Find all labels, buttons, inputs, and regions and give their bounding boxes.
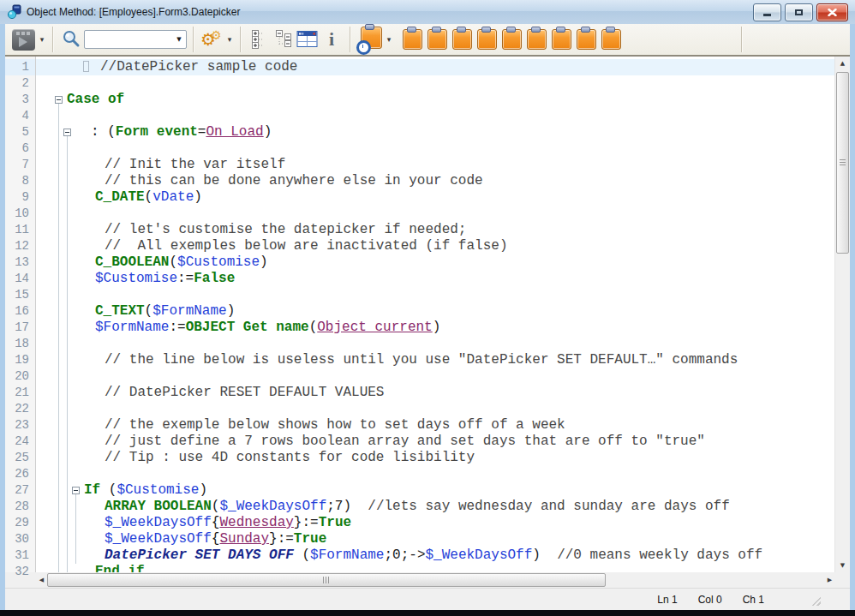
line-number[interactable]: 13	[5, 254, 35, 271]
collapse-all-button[interactable]	[272, 27, 296, 51]
line-number[interactable]: 18	[5, 336, 35, 352]
code-line[interactable]	[36, 368, 834, 385]
code-line[interactable]: // just define a 7 rows boolean array an…	[36, 434, 834, 450]
code-line[interactable]: C_DATE(vDate)	[36, 189, 834, 206]
line-number[interactable]: 6	[5, 141, 35, 157]
code-line[interactable]: If ($Customise)	[36, 482, 834, 499]
code-line[interactable]	[36, 141, 834, 157]
line-number[interactable]: 10	[5, 206, 35, 222]
clipboard-button-2[interactable]	[428, 29, 447, 50]
code-line[interactable]: : (Form event=On Load)	[36, 124, 834, 141]
line-number[interactable]: 15	[5, 287, 35, 303]
code-line[interactable]: // this can be done anywhere else in you…	[36, 173, 834, 189]
scroll-up-arrow[interactable]: ▲	[835, 57, 850, 70]
code-line[interactable]: $Customise:=False	[36, 271, 834, 287]
run-method-button[interactable]	[12, 29, 35, 51]
expand-all-button[interactable]	[248, 27, 272, 51]
line-number[interactable]: 2	[5, 75, 35, 92]
clipboard-button-3[interactable]	[452, 29, 472, 50]
clipboard-dropdown-arrow[interactable]: ▾	[385, 35, 393, 44]
line-number[interactable]: 17	[5, 320, 35, 336]
code-line[interactable]: // let's customise the datepicker if nee…	[36, 222, 834, 238]
clipboard-button-4[interactable]	[477, 29, 497, 50]
line-number[interactable]: 27	[5, 482, 35, 499]
maximize-button[interactable]	[785, 3, 813, 21]
line-number[interactable]: 19	[5, 352, 35, 368]
code-line[interactable]: //DatePicker sample code	[36, 59, 834, 75]
minimize-button[interactable]	[753, 3, 781, 21]
line-number[interactable]: 3	[5, 92, 35, 108]
fold-toggle-icon[interactable]	[63, 129, 71, 136]
code-line[interactable]: // Tip : use 4D constants for code lisib…	[36, 450, 834, 466]
line-number[interactable]: 26	[5, 466, 35, 482]
line-number[interactable]: 9	[5, 189, 35, 206]
code-line[interactable]: // the line below is useless until you u…	[36, 352, 834, 368]
line-number[interactable]: 31	[5, 547, 35, 564]
line-number[interactable]: 11	[5, 222, 35, 238]
code-line[interactable]: $_WeekDaysOff{Wednesday}:=True	[36, 515, 834, 531]
line-number[interactable]: 24	[5, 434, 35, 450]
clipboard-button-7[interactable]	[552, 29, 571, 50]
fold-toggle-icon[interactable]	[55, 96, 63, 104]
code-line[interactable]	[36, 287, 834, 303]
clipboard-button-8[interactable]	[577, 29, 596, 50]
line-number[interactable]: 25	[5, 450, 35, 466]
fold-toggle-icon[interactable]	[72, 487, 80, 494]
clipboard-button-5[interactable]	[502, 29, 522, 50]
line-number[interactable]: 16	[5, 303, 35, 320]
line-number-gutter[interactable]: 1234567891011121314151617181920212223242…	[5, 57, 35, 572]
line-number[interactable]: 8	[5, 173, 35, 189]
line-number[interactable]: 28	[5, 499, 35, 515]
line-number[interactable]: 29	[5, 515, 35, 531]
resize-grip[interactable]	[810, 597, 821, 606]
clipboard-history-button[interactable]	[361, 27, 382, 52]
code-line[interactable]: C_BOOLEAN($Customise)	[36, 254, 834, 271]
line-number[interactable]: 12	[5, 238, 35, 254]
scroll-down-arrow[interactable]: ▼	[835, 559, 850, 572]
run-dropdown-arrow[interactable]: ▾	[38, 35, 46, 44]
code-line[interactable]: ARRAY BOOLEAN($_WeekDaysOff;7) //lets sa…	[36, 499, 834, 515]
line-number[interactable]: 4	[5, 108, 35, 124]
form-button[interactable]	[296, 27, 320, 51]
horizontal-scroll-thumb[interactable]	[47, 573, 606, 587]
code-pane[interactable]: //DatePicker sample codeCase of: (Form e…	[36, 57, 834, 572]
code-line[interactable]: // DatePicker RESET DEFAULT VALUES	[36, 385, 834, 401]
line-number[interactable]: 22	[5, 401, 35, 417]
line-number[interactable]: 7	[5, 157, 35, 173]
line-number[interactable]: 21	[5, 385, 35, 401]
code-line[interactable]: $_WeekDaysOff{Sunday}:=True	[36, 531, 834, 547]
horizontal-scrollbar[interactable]	[47, 573, 824, 587]
line-number[interactable]: 5	[5, 124, 35, 141]
code-line[interactable]: // All exemples below are inactivated (i…	[36, 238, 834, 254]
code-line[interactable]	[36, 108, 834, 124]
code-line[interactable]	[36, 401, 834, 417]
info-button[interactable]: i	[320, 27, 344, 51]
close-button[interactable]	[816, 3, 848, 21]
line-number[interactable]: 1	[5, 59, 35, 75]
code-line[interactable]: Case of	[36, 92, 834, 108]
code-line[interactable]: C_TEXT($FormName)	[36, 303, 834, 320]
scroll-right-arrow[interactable]: ▶	[824, 577, 835, 583]
titlebar[interactable]: Object Method: [Employees].Form3.Datepic…	[0, 0, 855, 24]
search-dropdown-arrow[interactable]: ▼	[172, 36, 186, 43]
line-number[interactable]: 30	[5, 531, 35, 547]
code-line[interactable]	[36, 75, 834, 92]
code-line[interactable]: End if	[36, 564, 834, 572]
clipboard-button-6[interactable]	[527, 29, 547, 50]
vertical-scroll-thumb[interactable]	[836, 72, 849, 254]
code-line[interactable]	[36, 206, 834, 222]
clipboard-button-9[interactable]	[601, 29, 621, 50]
vertical-scrollbar[interactable]: ▲ ▼	[834, 57, 850, 572]
code-line[interactable]: // Init the var itself	[36, 157, 834, 173]
code-line[interactable]	[36, 466, 834, 482]
macros-dropdown-arrow[interactable]: ▾	[225, 35, 234, 44]
line-number[interactable]: 14	[5, 271, 35, 287]
macros-gear-icon[interactable]: ⚙⚙	[200, 31, 223, 48]
line-number[interactable]: 23	[5, 417, 35, 434]
line-number[interactable]: 32	[5, 564, 35, 580]
code-line[interactable]	[36, 336, 834, 352]
code-line[interactable]: // the exemple below shows how to set da…	[36, 417, 834, 434]
search-input[interactable]	[85, 33, 172, 46]
scroll-left-arrow[interactable]: ◀	[36, 577, 47, 583]
clipboard-button-1[interactable]	[403, 29, 422, 50]
